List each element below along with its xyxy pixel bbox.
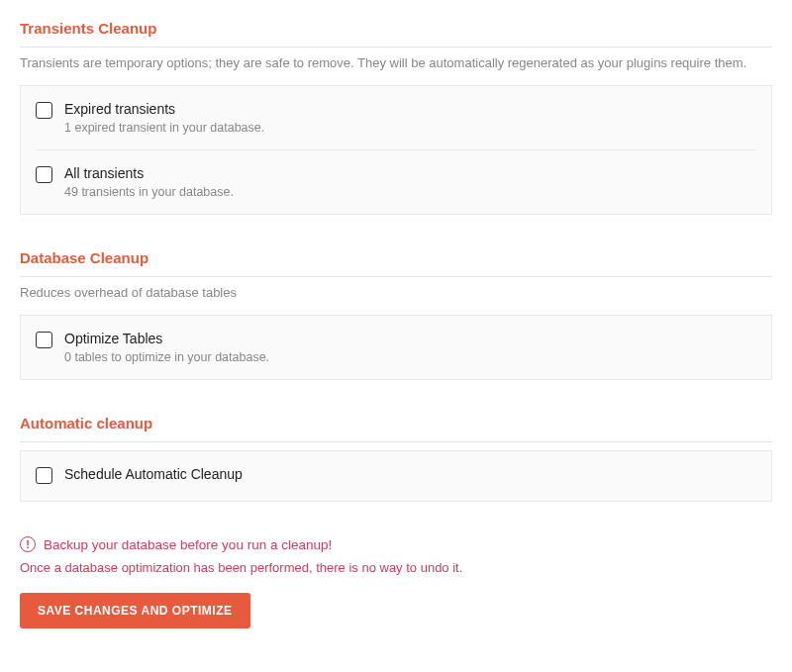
section-title-automatic: Automatic cleanup <box>20 415 772 442</box>
save-changes-optimize-button[interactable]: SAVE CHANGES AND OPTIMIZE <box>20 593 250 628</box>
transients-option-box: Expired transients 1 expired transient i… <box>20 85 772 215</box>
section-desc-database: Reduces overhead of database tables <box>20 285 772 300</box>
database-option-box: Optimize Tables 0 tables to optimize in … <box>20 315 772 380</box>
database-cleanup-section: Database Cleanup Reduces overhead of dat… <box>20 249 772 380</box>
expired-transients-checkbox[interactable] <box>36 102 52 119</box>
optimize-tables-sub: 0 tables to optimize in your database. <box>64 350 756 364</box>
expired-transients-sub: 1 expired transient in your database. <box>64 121 756 135</box>
schedule-cleanup-checkbox[interactable] <box>36 467 52 484</box>
section-desc-transients: Transients are temporary options; they a… <box>20 55 772 70</box>
optimize-tables-checkbox[interactable] <box>36 332 52 348</box>
expired-transients-option[interactable]: Expired transients 1 expired transient i… <box>21 86 771 149</box>
option-content: Optimize Tables 0 tables to optimize in … <box>64 331 756 364</box>
schedule-cleanup-option[interactable]: Schedule Automatic Cleanup <box>21 451 771 501</box>
warning-icon: ! <box>20 536 36 552</box>
all-transients-sub: 49 transients in your database. <box>64 185 756 199</box>
schedule-cleanup-label: Schedule Automatic Cleanup <box>64 466 756 482</box>
expired-transients-label: Expired transients <box>64 101 756 117</box>
automatic-cleanup-section: Automatic cleanup Schedule Automatic Cle… <box>20 415 772 502</box>
warning-sub: Once a database optimization has been pe… <box>20 560 772 575</box>
all-transients-label: All transients <box>64 165 756 181</box>
optimize-tables-label: Optimize Tables <box>64 331 756 346</box>
automatic-option-box: Schedule Automatic Cleanup <box>20 450 772 502</box>
option-content: Schedule Automatic Cleanup <box>64 466 756 486</box>
transients-cleanup-section: Transients Cleanup Transients are tempor… <box>20 20 772 215</box>
option-content: Expired transients 1 expired transient i… <box>64 101 756 135</box>
section-title-database: Database Cleanup <box>20 249 772 277</box>
warning-row: ! Backup your database before you run a … <box>20 536 772 552</box>
option-content: All transients 49 transients in your dat… <box>64 165 756 199</box>
warning-title: Backup your database before you run a cl… <box>44 537 332 552</box>
section-title-transients: Transients Cleanup <box>20 20 772 48</box>
optimize-tables-option[interactable]: Optimize Tables 0 tables to optimize in … <box>21 316 771 379</box>
all-transients-checkbox[interactable] <box>36 166 52 183</box>
all-transients-option[interactable]: All transients 49 transients in your dat… <box>36 149 756 214</box>
